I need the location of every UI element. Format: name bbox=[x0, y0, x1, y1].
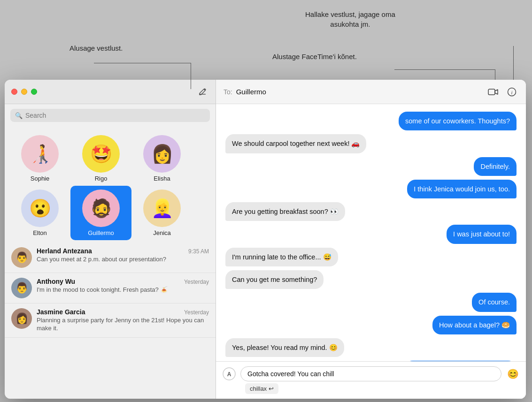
message-row-m5: Are you getting breakfast soon? 👀 bbox=[225, 202, 517, 221]
annotation-line-info bbox=[513, 46, 514, 80]
chat-panel: To: Guillermo i some bbox=[216, 80, 526, 399]
message-row-m7: I'm running late to the office... 😅 bbox=[225, 248, 517, 266]
fullscreen-button[interactable] bbox=[31, 89, 37, 95]
contact-name-guillermo: Guillermo bbox=[88, 229, 114, 236]
contact-avatar-sophie: 🧑‍🦯 bbox=[21, 135, 59, 173]
chat-input-area: A 😊 chillax ↩ bbox=[216, 361, 526, 399]
search-icon: 🔍 bbox=[15, 112, 23, 119]
bubble-m10: How about a bagel? 🥯 bbox=[432, 316, 517, 334]
message-sender-ml1: Herland Antezana bbox=[37, 247, 92, 255]
appstore-button[interactable]: A bbox=[222, 366, 237, 381]
bubble-m5: Are you getting breakfast soon? 👀 bbox=[225, 202, 345, 221]
recipient-name: Guillermo bbox=[236, 88, 266, 96]
message-row-m1: some of our coworkers. Thoughts? bbox=[225, 112, 517, 130]
svg-rect-1 bbox=[488, 89, 495, 95]
contact-name-jenica: Jenica bbox=[153, 229, 171, 236]
contact-name-elton: Elton bbox=[33, 229, 47, 236]
annotation-line-facetime-h bbox=[394, 69, 495, 70]
contact-name-elisha: Elisha bbox=[154, 175, 170, 182]
to-label: To: bbox=[224, 88, 232, 96]
message-time-ml1: 9:35 AM bbox=[188, 248, 209, 255]
message-row-m10: How about a bagel? 🥯 bbox=[225, 316, 517, 334]
message-list-item-ml3[interactable]: 👩Jasmine GarciaYesterdayPlanning a surpr… bbox=[5, 303, 216, 338]
message-row-m8: Can you get me something? bbox=[225, 270, 517, 289]
message-content-ml3: Jasmine GarciaYesterdayPlanning a surpri… bbox=[37, 308, 209, 333]
message-list: 👨Herland Antezana9:35 AMCan you meet at … bbox=[5, 243, 216, 399]
chat-actions: i bbox=[486, 85, 518, 99]
bubble-m4: I think Jenica would join us, too. bbox=[407, 180, 517, 198]
contact-avatar-elisha: 👩 bbox=[143, 135, 181, 173]
bubble-m1: some of our coworkers. Thoughts? bbox=[399, 112, 517, 130]
chat-titlebar: To: Guillermo i bbox=[216, 80, 526, 104]
message-row-m4: I think Jenica would join us, too. bbox=[225, 180, 517, 198]
message-content-ml1: Herland Antezana9:35 AMCan you meet at 2… bbox=[37, 247, 209, 264]
svg-text:i: i bbox=[511, 89, 512, 95]
autocorrect-text: chillax ↩ bbox=[250, 385, 274, 392]
contact-item-elisha[interactable]: 👩Elisha bbox=[131, 131, 193, 186]
annotation-line-compose-h bbox=[94, 63, 191, 63]
message-time-ml3: Yesterday bbox=[184, 309, 209, 316]
contact-item-sophie[interactable]: 🧑‍🦯Sophie bbox=[9, 131, 70, 186]
message-sender-ml2: Anthony Wu bbox=[37, 278, 75, 285]
contact-avatar-elton: 😮 bbox=[21, 190, 59, 227]
bubble-m9: Of course. bbox=[472, 293, 517, 311]
contact-avatar-jenica: 👱‍♀️ bbox=[143, 190, 181, 227]
message-row-m11: Yes, please! You read my mind. 😊 bbox=[225, 338, 517, 357]
contact-item-rigo[interactable]: 🤩Rigo bbox=[70, 131, 131, 186]
message-content-ml2: Anthony WuYesterdayI'm in the mood to co… bbox=[37, 278, 209, 294]
message-input[interactable] bbox=[240, 366, 501, 381]
svg-text:A: A bbox=[227, 371, 231, 378]
message-sender-ml3: Jasmine Garcia bbox=[37, 308, 85, 316]
annotation-compose: Alusage vestlust. bbox=[69, 43, 123, 53]
contact-item-elton[interactable]: 😮Elton bbox=[9, 186, 70, 240]
message-row-m3: Definitely. bbox=[225, 157, 517, 176]
sidebar: 🔍 🧑‍🦯Sophie🤩Rigo👩Elisha😮Elton🧔Guillermo👱… bbox=[5, 80, 216, 399]
app-window: 🔍 🧑‍🦯Sophie🤩Rigo👩Elisha😮Elton🧔Guillermo👱… bbox=[5, 80, 526, 399]
contacts-grid: 🧑‍🦯Sophie🤩Rigo👩Elisha😮Elton🧔Guillermo👱‍♀… bbox=[5, 127, 216, 243]
message-row-m6: I was just about to! bbox=[225, 225, 517, 243]
message-avatar-ml2: 👨 bbox=[11, 278, 32, 298]
annotation-share: Hallake vestlust, jagage oma asukohta jm… bbox=[305, 9, 395, 29]
contact-item-guillermo[interactable]: 🧔Guillermo bbox=[70, 186, 131, 240]
messages-area: some of our coworkers. Thoughts?We shoul… bbox=[216, 104, 526, 361]
titlebar bbox=[5, 80, 216, 104]
facetime-button[interactable] bbox=[486, 85, 500, 99]
annotation-line-facetime bbox=[495, 69, 495, 80]
bubble-m2: We should carpool together next week! 🚗 bbox=[225, 134, 366, 153]
contact-avatar-rigo: 🤩 bbox=[82, 135, 120, 173]
contact-name-rigo: Rigo bbox=[95, 175, 108, 182]
message-list-item-ml1[interactable]: 👨Herland Antezana9:35 AMCan you meet at … bbox=[5, 243, 216, 273]
contact-item-jenica[interactable]: 👱‍♀️Jenica bbox=[131, 186, 193, 240]
minimize-button[interactable] bbox=[21, 89, 27, 95]
compose-button[interactable] bbox=[196, 85, 209, 99]
traffic-lights bbox=[11, 89, 37, 95]
bubble-m8: Can you get me something? bbox=[225, 270, 324, 289]
info-button[interactable]: i bbox=[505, 85, 518, 99]
message-row-m2: We should carpool together next week! 🚗 bbox=[225, 134, 517, 153]
contact-avatar-guillermo: 🧔 bbox=[82, 190, 120, 227]
chat-input-row: A 😊 bbox=[222, 366, 520, 381]
message-time-ml2: Yesterday bbox=[184, 279, 209, 285]
message-preview-ml1: Can you meet at 2 p.m. about our present… bbox=[37, 256, 209, 264]
search-input[interactable] bbox=[25, 112, 205, 119]
message-avatar-ml3: 👩 bbox=[11, 308, 32, 329]
message-preview-ml3: Planning a surprise party for Jenny on t… bbox=[37, 317, 209, 333]
bubble-m7: I'm running late to the office... 😅 bbox=[225, 248, 338, 266]
close-button[interactable] bbox=[11, 89, 17, 95]
message-preview-ml2: I'm in the mood to cook tonight. Fresh p… bbox=[37, 286, 209, 294]
bubble-m6: I was just about to! bbox=[447, 225, 517, 243]
emoji-button[interactable]: 😊 bbox=[505, 366, 520, 381]
autocorrect-suggestion[interactable]: chillax ↩ bbox=[245, 383, 278, 394]
search-bar[interactable]: 🔍 bbox=[10, 109, 210, 122]
message-row-m9: Of course. bbox=[225, 293, 517, 311]
contact-name-sophie: Sophie bbox=[31, 175, 49, 182]
bubble-m11: Yes, please! You read my mind. 😊 bbox=[225, 338, 344, 357]
message-list-item-ml2[interactable]: 👨Anthony WuYesterdayI'm in the mood to c… bbox=[5, 273, 216, 303]
message-avatar-ml1: 👨 bbox=[11, 247, 32, 268]
bubble-m3: Definitely. bbox=[474, 157, 517, 176]
annotation-facetime: Alustage FaceTime'i kõnet. bbox=[272, 52, 357, 61]
chat-recipient: To: Guillermo bbox=[224, 88, 266, 96]
